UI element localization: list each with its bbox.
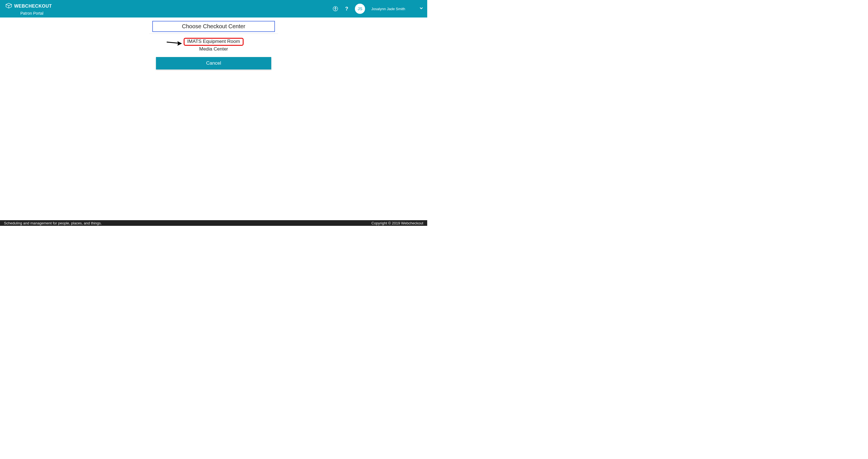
- brand: WEBCHECKOUT Patron Portal: [5, 2, 52, 15]
- header-right: ? JS Josalynn Jade Smith: [332, 4, 424, 14]
- svg-line-2: [167, 42, 179, 43]
- brand-top[interactable]: WEBCHECKOUT: [5, 2, 52, 10]
- help-icon[interactable]: ?: [344, 6, 350, 12]
- main: Choose Checkout Center IMATS Equipment R…: [0, 18, 427, 69]
- footer: Scheduling and management for people, pl…: [0, 220, 427, 226]
- svg-point-1: [335, 7, 336, 8]
- header: WEBCHECKOUT Patron Portal ? JS Josalynn …: [0, 0, 427, 18]
- center-panel: Choose Checkout Center IMATS Equipment R…: [149, 21, 278, 69]
- footer-left: Scheduling and management for people, pl…: [4, 221, 102, 225]
- box-icon: [5, 2, 12, 10]
- center-option-media[interactable]: Media Center: [199, 46, 228, 52]
- divider: [149, 34, 278, 34]
- arrow-icon: [166, 39, 182, 46]
- choose-center-title[interactable]: Choose Checkout Center: [152, 21, 275, 32]
- brand-subtitle: Patron Portal: [20, 11, 43, 15]
- accessibility-icon[interactable]: [332, 6, 339, 12]
- option-highlight-wrap: IMATS Equipment Room: [184, 38, 244, 46]
- brand-name: WEBCHECKOUT: [14, 4, 52, 9]
- chevron-down-icon[interactable]: [419, 6, 424, 12]
- center-option-imats[interactable]: IMATS Equipment Room: [184, 38, 244, 46]
- avatar[interactable]: JS: [355, 4, 365, 14]
- user-name: Josalynn Jade Smith: [371, 7, 405, 11]
- cancel-button[interactable]: Cancel: [156, 57, 271, 69]
- svg-marker-3: [178, 41, 182, 46]
- footer-right: Copyright © 2019 Webcheckout: [372, 221, 424, 225]
